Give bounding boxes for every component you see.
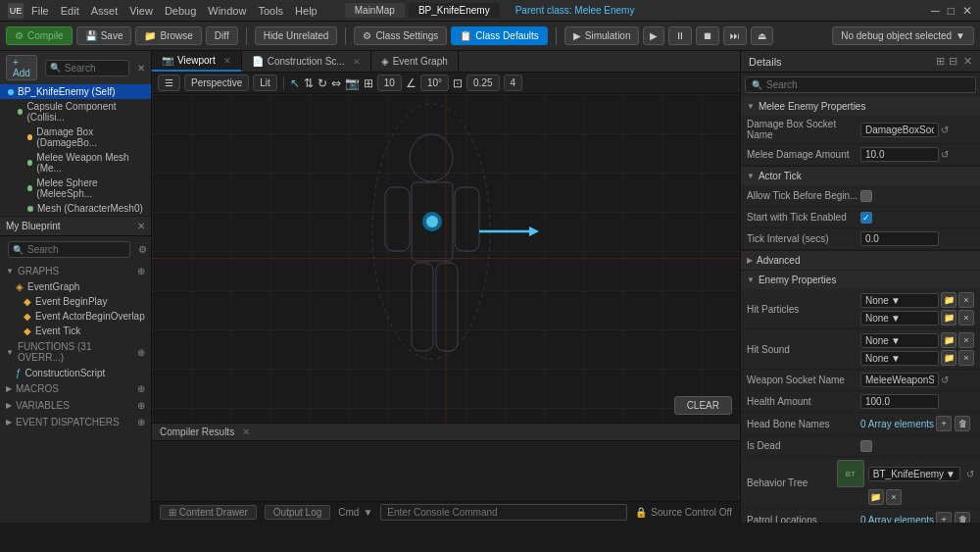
menu-file[interactable]: File [31,5,49,17]
menu-asset[interactable]: Asset [91,5,119,17]
component-item-3[interactable]: Melee Weapon Mesh (Me... [0,150,151,176]
prop-dropdown-1[interactable]: None ▼ [860,333,939,348]
prop-clear-btn[interactable]: × [886,489,902,505]
scale-tool-icon[interactable]: ⊡ [453,76,463,90]
component-item-0[interactable]: BP_KnifeEnemy (Self) [0,84,151,99]
prop-reset-icon[interactable]: ↺ [941,125,949,135]
select-mode-icon[interactable]: ↖ [290,76,300,90]
section-header-0[interactable]: ▼ Melee Enemy Properties [741,97,980,116]
blueprint-settings-icon[interactable]: ⚙ [138,244,147,255]
content-drawer-button[interactable]: ⊞ Content Drawer [160,505,257,520]
prop-clear-1[interactable]: × [958,332,974,348]
prop-browse-2[interactable]: 📁 [941,350,956,366]
details-close-button[interactable]: ✕ [963,55,972,68]
component-item-5[interactable]: Mesh (CharacterMesh0) [0,201,151,216]
prop-input-3-2[interactable] [860,373,939,387]
prop-delete-action[interactable]: 🗑 [955,512,970,523]
title-tab-mainmap[interactable]: MainMap [345,3,405,18]
tab-viewport[interactable]: 📷 Viewport ✕ [152,51,242,72]
section-header-2[interactable]: ▶ Advanced [741,251,980,270]
angle-value-button[interactable]: 10° [420,75,449,91]
components-close-button[interactable]: ✕ [137,63,145,74]
viewport-tab-close[interactable]: ✕ [223,56,231,66]
prop-reset-icon[interactable]: ↺ [941,149,949,160]
scale-value-button[interactable]: 0.25 [466,75,499,91]
console-input[interactable] [380,504,627,521]
prop-checkbox-1-0[interactable] [860,190,872,202]
prop-browse-2[interactable]: 📁 [941,310,956,326]
prop-add-action[interactable]: + [936,512,952,523]
menu-debug[interactable]: Debug [165,5,196,17]
compile-button[interactable]: ⚙ Compile [6,26,73,45]
cmd-arrow-icon[interactable]: ▼ [363,507,372,518]
prop-checkbox-1-1[interactable] [860,212,872,224]
construction-tab-close[interactable]: ✕ [353,57,361,67]
details-filter-icon[interactable]: ⊟ [949,55,957,68]
minimize-btn[interactable]: ─ [931,4,940,18]
event-dispatchers-section-label[interactable]: ▶ EVENT DISPATCHERS ⊕ [0,414,151,430]
menu-view[interactable]: View [129,5,153,17]
my-blueprint-close-button[interactable]: ✕ [137,221,145,231]
class-settings-button[interactable]: ⚙ Class Settings [354,26,447,45]
prop-input-1-2[interactable] [860,231,939,246]
compiler-results-close[interactable]: ✕ [242,427,250,437]
component-item-1[interactable]: Capsule Component (Collisi... [0,99,151,125]
viewport-canvas[interactable]: X Y Z CLEAR [152,94,740,423]
event-graph-item[interactable]: ◈ EventGraph [0,279,151,294]
section-header-1[interactable]: ▼ Actor Tick [741,167,980,185]
blueprint-search-input[interactable] [27,244,125,255]
prop-reset-icon[interactable]: ↺ [966,469,974,479]
eject-button[interactable]: ⏏ [751,26,773,45]
class-defaults-button[interactable]: 📋 Class Defaults [451,26,547,45]
event-actoroverlap-item[interactable]: ◆ Event ActorBeginOverlap [0,309,151,324]
lit-button[interactable]: Lit [253,75,277,91]
maximize-btn[interactable]: □ [948,4,955,18]
clear-button[interactable]: CLEAR [674,396,732,415]
pause-button[interactable]: ⏸ [668,26,692,45]
debug-object-dropdown[interactable]: No debug object selected ▼ [832,26,974,45]
simulation-button[interactable]: ▶ Simulation [564,26,640,45]
diff-button[interactable]: Diff [206,26,238,45]
prop-dropdown-2[interactable]: None ▼ [860,311,939,326]
prop-checkbox-3-5[interactable] [860,440,872,452]
play-button[interactable]: ▶ [643,26,664,45]
translate-icon[interactable]: ⇅ [304,76,314,90]
prop-browse-1[interactable]: 📁 [941,292,956,308]
menu-help[interactable]: Help [295,5,318,17]
prop-clear-2[interactable]: × [958,310,974,326]
details-grid-icon[interactable]: ⊞ [936,55,945,68]
browse-button[interactable]: 📁 Browse [135,26,201,45]
camera-icon[interactable]: 📷 [345,76,360,90]
stop-button[interactable]: ⏹ [696,26,719,45]
skip-button[interactable]: ⏭ [723,26,747,45]
variables-add-icon[interactable]: ⊕ [137,400,145,411]
functions-add-icon[interactable]: ⊕ [137,347,145,358]
scale-icon[interactable]: ⇔ [331,76,341,90]
event-tick-item[interactable]: ◆ Event Tick [0,324,151,338]
close-btn[interactable]: ✕ [962,4,972,18]
prop-dropdown-2[interactable]: None ▼ [860,351,939,366]
components-search-input[interactable] [65,63,124,74]
prop-input-0-1[interactable] [860,147,939,162]
menu-tools[interactable]: Tools [258,5,283,17]
prop-clear-2[interactable]: × [958,350,974,366]
num-value-button[interactable]: 4 [504,75,523,91]
prop-dropdown-1[interactable]: None ▼ [860,293,939,308]
tab-event-graph[interactable]: ◈ Event Graph [371,51,459,72]
prop-clear-1[interactable]: × [958,292,974,308]
rotate-icon[interactable]: ↻ [318,76,327,90]
dispatchers-add-icon[interactable]: ⊕ [137,417,145,427]
add-component-button[interactable]: + Add [6,55,37,80]
prop-open-btn[interactable]: 📁 [868,489,884,505]
variables-section-label[interactable]: ▶ VARIABLES ⊕ [0,397,151,414]
component-item-4[interactable]: Melee Sphere (MeleeSph... [0,176,151,201]
section-header-3[interactable]: ▼ Enemy Properties [741,271,980,289]
output-log-button[interactable]: Output Log [265,505,330,520]
prop-reset-icon[interactable]: ↺ [941,375,949,385]
grid-value-button[interactable]: 10 [377,75,402,91]
macros-section-label[interactable]: ▶ MACROS ⊕ [0,380,151,397]
menu-edit[interactable]: Edit [61,5,79,17]
tab-construction-script[interactable]: 📄 Construction Sc... ✕ [242,51,371,72]
prop-asset-dropdown[interactable]: BT_KnifeEnemy ▼ [868,467,960,481]
hide-unrelated-button[interactable]: Hide Unrelated [255,26,338,45]
